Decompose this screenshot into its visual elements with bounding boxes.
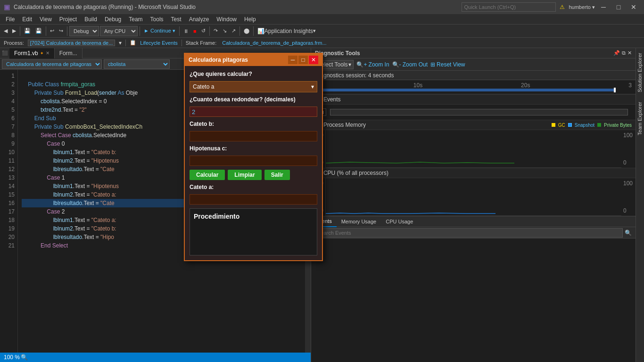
method-dropdown[interactable]: cbolista: [104, 59, 170, 69]
toolbar-sep3: [67, 26, 67, 36]
undo-button[interactable]: ↩: [48, 26, 56, 36]
menu-tools[interactable]: Tools: [147, 15, 167, 24]
diag-pin-button[interactable]: 📌: [613, 50, 620, 56]
project-icon: ⬛: [0, 49, 9, 57]
procedimiento-section: Procedimiento: [190, 208, 317, 255]
titlebar-title: Calculadora de teorema de pitagoras (Run…: [14, 4, 196, 10]
events-content: ⏸: [311, 105, 636, 120]
class-dropdown[interactable]: Calculadora de teorema de pitagoras: [2, 59, 102, 69]
search-events-input[interactable]: [315, 228, 623, 238]
menu-test[interactable]: Test: [167, 15, 185, 24]
timeline-labels: 10s 20s 3: [315, 82, 632, 89]
calc-type-dropdown[interactable]: Cateto a ▾: [190, 81, 317, 92]
reset-view-button[interactable]: ⊞ Reset View: [430, 61, 465, 68]
select-tools-arrow-icon: ▾: [348, 61, 351, 68]
memory-y-axis-right: 100 0: [621, 130, 636, 168]
cpu-chart: 100 0 100 0: [311, 178, 636, 216]
tab-form1vb[interactable]: Form1.vb ✦ ✕: [9, 48, 55, 58]
menu-analyze[interactable]: Analyze: [185, 15, 213, 24]
dropdown-arrow-icon: ▾: [311, 83, 314, 90]
decimals-input[interactable]: [190, 107, 317, 117]
menu-file[interactable]: File: [2, 15, 18, 24]
continue-button[interactable]: ► Continue ▾: [142, 26, 177, 36]
solution-explorer-tab[interactable]: Solution Explorer: [636, 48, 644, 97]
step-out[interactable]: ↗: [230, 26, 238, 36]
diag-float-button[interactable]: ⧉: [622, 50, 626, 56]
zoom-in-button[interactable]: 🔍+ Zoom In: [356, 61, 389, 68]
hipotenusa-label: Hipotenusa c:: [190, 145, 317, 152]
dialog-window-buttons: ─ □ ✕: [288, 56, 318, 64]
timeline: 10s 20s 3: [311, 80, 636, 94]
cpu-chart-area: [325, 178, 621, 216]
redo-button[interactable]: ↪: [57, 26, 65, 36]
session-info: Diagnostics session: 4 seconds: [311, 71, 636, 80]
menu-help[interactable]: Help: [240, 15, 260, 24]
menu-debug[interactable]: Debug: [101, 15, 125, 24]
procedimiento-content: [194, 223, 313, 251]
step-over[interactable]: ↷: [212, 26, 220, 36]
humberto-label: humberto ▾: [569, 4, 595, 10]
dialog-titlebar: Calculadora pitagoras ─ □ ✕: [185, 54, 322, 66]
restart-button[interactable]: ↺: [199, 26, 207, 36]
memory-chart-svg: [326, 130, 621, 167]
zoom-out-button[interactable]: 🔍- Zoom Out: [392, 61, 428, 68]
menu-view[interactable]: View: [36, 15, 56, 24]
question1-label: ¿Que quieres calcular?: [190, 71, 317, 77]
cateto-a-input[interactable]: [190, 194, 317, 205]
save-button[interactable]: 💾: [22, 26, 33, 36]
diag-tab-cpu[interactable]: CPU Usage: [381, 216, 418, 227]
procedimiento-title: Procedimiento: [194, 213, 313, 220]
toolbar-sep1: [20, 26, 20, 36]
zoom-in-icon: 🔍+: [356, 61, 367, 68]
breakpoints-button[interactable]: ⬤: [242, 26, 251, 36]
toolbar-sep8: [253, 26, 254, 36]
cpu-section-header[interactable]: ▼ CPU (% of all processors): [311, 168, 636, 178]
limpiar-button[interactable]: Limpiar: [228, 170, 261, 180]
menubar: File Edit View Project Build Debug Team …: [0, 14, 644, 25]
dialog-close-button[interactable]: ✕: [309, 56, 318, 64]
calcular-button[interactable]: Calcular: [190, 170, 225, 180]
save-all-button[interactable]: 💾: [33, 26, 44, 36]
memory-section-header[interactable]: ▼ Process Memory GC Snapshot Private Byt…: [311, 120, 636, 130]
menu-edit[interactable]: Edit: [18, 15, 36, 24]
events-section-header[interactable]: ▼ Events: [311, 94, 636, 105]
close-button[interactable]: ✕: [627, 2, 640, 12]
debug-mode-dropdown[interactable]: Debug: [69, 26, 99, 36]
salir-button[interactable]: Salir: [264, 170, 290, 180]
pause-debug-button[interactable]: ⏸: [182, 26, 190, 36]
team-explorer-tab[interactable]: Team Explorer: [636, 97, 644, 140]
back-button[interactable]: ◀: [2, 26, 9, 36]
dialog-minimize-button[interactable]: ─: [288, 56, 297, 64]
menu-build[interactable]: Build: [81, 15, 101, 24]
search-events-icon: 🔍: [625, 230, 632, 236]
memory-chart-area: [325, 130, 621, 168]
stop-button[interactable]: ■: [191, 26, 198, 36]
tab-close-form1[interactable]: ✕: [46, 50, 50, 56]
cateto-b-input[interactable]: [190, 131, 317, 141]
action-buttons: Calcular Limpiar Salir: [190, 170, 317, 180]
tab-form2[interactable]: Form...: [55, 48, 83, 58]
titlebar: ▣ Calculadora de teorema de pitagoras (R…: [0, 0, 644, 14]
menu-window[interactable]: Window: [213, 15, 240, 24]
cateto-b-label: Cateto b:: [190, 121, 317, 127]
vs-icon: ▣: [4, 3, 10, 11]
diag-tab-memory[interactable]: Memory Usage: [337, 216, 381, 227]
menu-team[interactable]: Team: [125, 15, 146, 24]
diag-close-button[interactable]: ✕: [627, 50, 632, 56]
cpu-dropdown[interactable]: Any CPU: [100, 26, 138, 36]
dialog-maximize-button[interactable]: □: [298, 56, 308, 64]
titlebar-right: ⚠ humberto ▾ ─ □ ✕: [462, 2, 640, 12]
menu-project[interactable]: Project: [56, 15, 81, 24]
step-into[interactable]: ↘: [221, 26, 229, 36]
hipotenusa-input[interactable]: [190, 156, 317, 166]
forward-button[interactable]: ▶: [10, 26, 18, 36]
app-insights-button[interactable]: 📊 Application Insights ▾: [256, 26, 318, 36]
app-insights-icon: 📊: [257, 28, 264, 34]
titlebar-left: ▣ Calculadora de teorema de pitagoras (R…: [4, 3, 196, 11]
processbar-sep2: [182, 40, 182, 46]
minimize-button[interactable]: ─: [597, 2, 610, 12]
quick-launch-input[interactable]: [462, 2, 556, 12]
process-dd-icon[interactable]: ▾: [119, 40, 122, 46]
private-bytes-dot: [597, 123, 601, 127]
maximize-button[interactable]: □: [612, 2, 625, 12]
